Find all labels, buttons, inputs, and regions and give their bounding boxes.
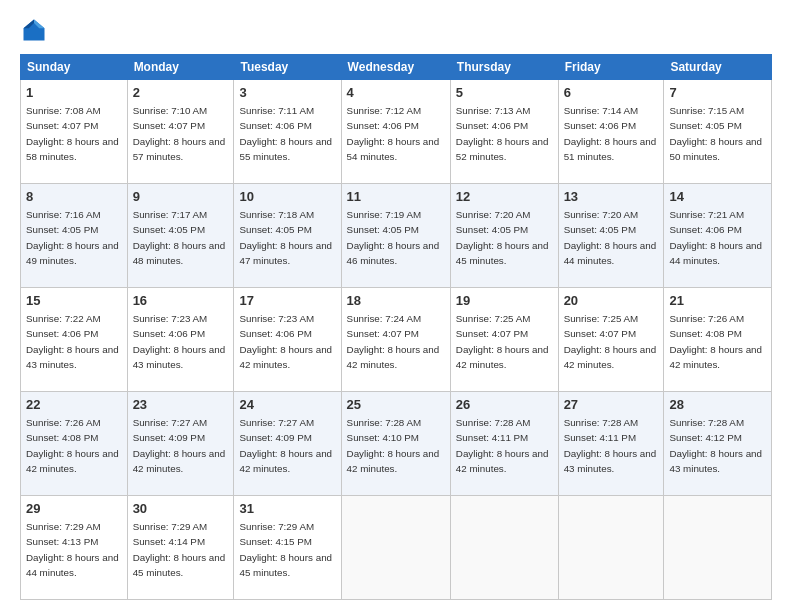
calendar-cell: 27Sunrise: 7:28 AMSunset: 4:11 PMDayligh… (558, 392, 664, 496)
calendar-cell (341, 496, 450, 600)
day-number: 30 (133, 500, 229, 518)
weekday-thursday: Thursday (450, 55, 558, 80)
day-info: Sunrise: 7:25 AMSunset: 4:07 PMDaylight:… (456, 313, 549, 370)
day-info: Sunrise: 7:26 AMSunset: 4:08 PMDaylight:… (669, 313, 762, 370)
day-number: 9 (133, 188, 229, 206)
day-number: 22 (26, 396, 122, 414)
day-info: Sunrise: 7:20 AMSunset: 4:05 PMDaylight:… (456, 209, 549, 266)
calendar-cell: 12Sunrise: 7:20 AMSunset: 4:05 PMDayligh… (450, 184, 558, 288)
day-number: 26 (456, 396, 553, 414)
day-info: Sunrise: 7:27 AMSunset: 4:09 PMDaylight:… (239, 417, 332, 474)
calendar-cell: 10Sunrise: 7:18 AMSunset: 4:05 PMDayligh… (234, 184, 341, 288)
day-info: Sunrise: 7:13 AMSunset: 4:06 PMDaylight:… (456, 105, 549, 162)
calendar-cell: 7Sunrise: 7:15 AMSunset: 4:05 PMDaylight… (664, 80, 772, 184)
day-info: Sunrise: 7:19 AMSunset: 4:05 PMDaylight:… (347, 209, 440, 266)
calendar-table: SundayMondayTuesdayWednesdayThursdayFrid… (20, 54, 772, 600)
day-info: Sunrise: 7:11 AMSunset: 4:06 PMDaylight:… (239, 105, 332, 162)
calendar-cell: 31Sunrise: 7:29 AMSunset: 4:15 PMDayligh… (234, 496, 341, 600)
day-number: 23 (133, 396, 229, 414)
weekday-saturday: Saturday (664, 55, 772, 80)
day-info: Sunrise: 7:23 AMSunset: 4:06 PMDaylight:… (239, 313, 332, 370)
weekday-header-row: SundayMondayTuesdayWednesdayThursdayFrid… (21, 55, 772, 80)
calendar-cell: 5Sunrise: 7:13 AMSunset: 4:06 PMDaylight… (450, 80, 558, 184)
day-number: 5 (456, 84, 553, 102)
day-info: Sunrise: 7:16 AMSunset: 4:05 PMDaylight:… (26, 209, 119, 266)
day-info: Sunrise: 7:20 AMSunset: 4:05 PMDaylight:… (564, 209, 657, 266)
calendar-cell: 30Sunrise: 7:29 AMSunset: 4:14 PMDayligh… (127, 496, 234, 600)
calendar-cell: 2Sunrise: 7:10 AMSunset: 4:07 PMDaylight… (127, 80, 234, 184)
day-info: Sunrise: 7:12 AMSunset: 4:06 PMDaylight:… (347, 105, 440, 162)
day-info: Sunrise: 7:24 AMSunset: 4:07 PMDaylight:… (347, 313, 440, 370)
day-number: 20 (564, 292, 659, 310)
calendar-cell: 6Sunrise: 7:14 AMSunset: 4:06 PMDaylight… (558, 80, 664, 184)
logo (20, 16, 52, 44)
calendar-cell: 3Sunrise: 7:11 AMSunset: 4:06 PMDaylight… (234, 80, 341, 184)
calendar-cell: 11Sunrise: 7:19 AMSunset: 4:05 PMDayligh… (341, 184, 450, 288)
calendar-cell: 25Sunrise: 7:28 AMSunset: 4:10 PMDayligh… (341, 392, 450, 496)
day-number: 31 (239, 500, 335, 518)
calendar-cell: 23Sunrise: 7:27 AMSunset: 4:09 PMDayligh… (127, 392, 234, 496)
day-info: Sunrise: 7:23 AMSunset: 4:06 PMDaylight:… (133, 313, 226, 370)
day-info: Sunrise: 7:14 AMSunset: 4:06 PMDaylight:… (564, 105, 657, 162)
calendar-cell: 14Sunrise: 7:21 AMSunset: 4:06 PMDayligh… (664, 184, 772, 288)
calendar-cell: 22Sunrise: 7:26 AMSunset: 4:08 PMDayligh… (21, 392, 128, 496)
day-info: Sunrise: 7:26 AMSunset: 4:08 PMDaylight:… (26, 417, 119, 474)
calendar-cell: 24Sunrise: 7:27 AMSunset: 4:09 PMDayligh… (234, 392, 341, 496)
day-number: 6 (564, 84, 659, 102)
calendar-cell (664, 496, 772, 600)
day-number: 28 (669, 396, 766, 414)
day-info: Sunrise: 7:25 AMSunset: 4:07 PMDaylight:… (564, 313, 657, 370)
day-number: 19 (456, 292, 553, 310)
day-info: Sunrise: 7:29 AMSunset: 4:14 PMDaylight:… (133, 521, 226, 578)
calendar-cell (450, 496, 558, 600)
week-row-4: 22Sunrise: 7:26 AMSunset: 4:08 PMDayligh… (21, 392, 772, 496)
day-number: 14 (669, 188, 766, 206)
day-number: 24 (239, 396, 335, 414)
day-info: Sunrise: 7:10 AMSunset: 4:07 PMDaylight:… (133, 105, 226, 162)
calendar-cell: 26Sunrise: 7:28 AMSunset: 4:11 PMDayligh… (450, 392, 558, 496)
calendar-cell: 28Sunrise: 7:28 AMSunset: 4:12 PMDayligh… (664, 392, 772, 496)
day-info: Sunrise: 7:29 AMSunset: 4:15 PMDaylight:… (239, 521, 332, 578)
day-number: 15 (26, 292, 122, 310)
day-number: 25 (347, 396, 445, 414)
day-info: Sunrise: 7:29 AMSunset: 4:13 PMDaylight:… (26, 521, 119, 578)
day-number: 18 (347, 292, 445, 310)
day-info: Sunrise: 7:21 AMSunset: 4:06 PMDaylight:… (669, 209, 762, 266)
weekday-monday: Monday (127, 55, 234, 80)
day-info: Sunrise: 7:17 AMSunset: 4:05 PMDaylight:… (133, 209, 226, 266)
calendar-cell: 13Sunrise: 7:20 AMSunset: 4:05 PMDayligh… (558, 184, 664, 288)
calendar-cell: 9Sunrise: 7:17 AMSunset: 4:05 PMDaylight… (127, 184, 234, 288)
day-number: 1 (26, 84, 122, 102)
header (20, 16, 772, 44)
week-row-1: 1Sunrise: 7:08 AMSunset: 4:07 PMDaylight… (21, 80, 772, 184)
weekday-tuesday: Tuesday (234, 55, 341, 80)
week-row-2: 8Sunrise: 7:16 AMSunset: 4:05 PMDaylight… (21, 184, 772, 288)
day-info: Sunrise: 7:08 AMSunset: 4:07 PMDaylight:… (26, 105, 119, 162)
day-number: 4 (347, 84, 445, 102)
day-info: Sunrise: 7:28 AMSunset: 4:12 PMDaylight:… (669, 417, 762, 474)
day-number: 10 (239, 188, 335, 206)
day-info: Sunrise: 7:27 AMSunset: 4:09 PMDaylight:… (133, 417, 226, 474)
day-number: 2 (133, 84, 229, 102)
day-info: Sunrise: 7:22 AMSunset: 4:06 PMDaylight:… (26, 313, 119, 370)
day-number: 8 (26, 188, 122, 206)
weekday-sunday: Sunday (21, 55, 128, 80)
day-number: 27 (564, 396, 659, 414)
week-row-5: 29Sunrise: 7:29 AMSunset: 4:13 PMDayligh… (21, 496, 772, 600)
calendar-cell: 20Sunrise: 7:25 AMSunset: 4:07 PMDayligh… (558, 288, 664, 392)
day-number: 3 (239, 84, 335, 102)
day-number: 7 (669, 84, 766, 102)
page: SundayMondayTuesdayWednesdayThursdayFrid… (0, 0, 792, 612)
weekday-friday: Friday (558, 55, 664, 80)
week-row-3: 15Sunrise: 7:22 AMSunset: 4:06 PMDayligh… (21, 288, 772, 392)
calendar-cell: 17Sunrise: 7:23 AMSunset: 4:06 PMDayligh… (234, 288, 341, 392)
day-number: 13 (564, 188, 659, 206)
calendar-cell: 29Sunrise: 7:29 AMSunset: 4:13 PMDayligh… (21, 496, 128, 600)
day-number: 12 (456, 188, 553, 206)
day-info: Sunrise: 7:28 AMSunset: 4:10 PMDaylight:… (347, 417, 440, 474)
day-info: Sunrise: 7:15 AMSunset: 4:05 PMDaylight:… (669, 105, 762, 162)
calendar-cell: 16Sunrise: 7:23 AMSunset: 4:06 PMDayligh… (127, 288, 234, 392)
day-number: 16 (133, 292, 229, 310)
day-info: Sunrise: 7:28 AMSunset: 4:11 PMDaylight:… (564, 417, 657, 474)
calendar-cell: 4Sunrise: 7:12 AMSunset: 4:06 PMDaylight… (341, 80, 450, 184)
